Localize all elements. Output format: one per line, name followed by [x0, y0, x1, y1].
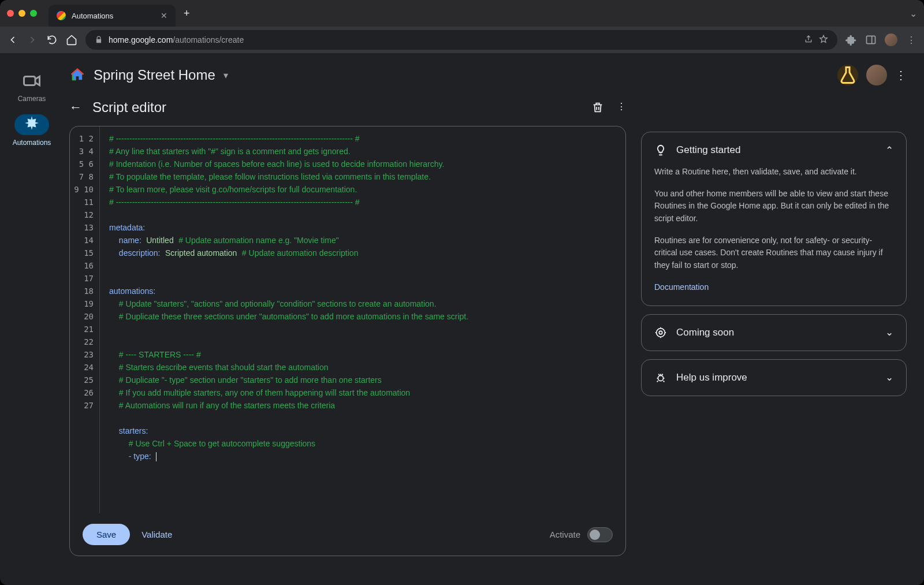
share-icon[interactable] [804, 35, 813, 46]
home-dropdown-icon[interactable]: ▾ [223, 70, 228, 81]
tabs-dropdown-icon[interactable]: ⌄ [910, 8, 917, 19]
profile-avatar[interactable] [885, 33, 897, 46]
panel-text: You and other home members will be able … [654, 188, 893, 225]
forward-icon[interactable] [27, 34, 38, 46]
panel-header[interactable]: Getting started ⌃ [654, 144, 893, 157]
sidebar-label: Cameras [18, 95, 46, 103]
editor-menu-icon[interactable]: ⋮ [617, 101, 626, 114]
tab-favicon [57, 11, 66, 20]
panel-getting-started: Getting started ⌃ Write a Routine here, … [641, 132, 907, 306]
new-tab-button[interactable]: + [184, 8, 190, 20]
lightbulb-icon [654, 144, 667, 157]
panel-text: Routines are for convenience only, not f… [654, 234, 893, 272]
app-menu-icon[interactable]: ⋮ [895, 68, 907, 82]
panel-header[interactable]: Help us improve ⌄ [654, 371, 893, 384]
save-button[interactable]: Save [83, 524, 130, 545]
account-avatar[interactable] [866, 65, 887, 85]
address-bar[interactable]: home.google.com/automations/create [85, 30, 837, 50]
reload-icon[interactable] [46, 34, 58, 46]
url-text: home.google.com/automations/create [109, 35, 244, 44]
window-minimize[interactable] [18, 10, 25, 17]
tab-title: Automations [72, 12, 155, 20]
sidebar-label: Automations [13, 139, 51, 147]
panel-text: Write a Routine here, then validate, sav… [654, 166, 893, 178]
panel-title: Coming soon [676, 327, 734, 338]
lock-icon [95, 36, 103, 44]
delete-icon[interactable] [591, 101, 604, 114]
back-icon[interactable] [7, 34, 18, 46]
chevron-down-icon[interactable]: ⌄ [885, 326, 893, 338]
svg-point-3 [659, 331, 662, 334]
panel-title: Getting started [676, 144, 741, 156]
window-close[interactable] [7, 10, 14, 17]
bug-icon [654, 371, 667, 384]
sidebar-item-cameras[interactable]: Cameras [9, 70, 55, 103]
documentation-link[interactable]: Documentation [654, 281, 893, 294]
browser-tab[interactable]: Automations ✕ [49, 5, 176, 27]
back-arrow-icon[interactable]: ← [69, 100, 82, 115]
activate-label: Activate [550, 530, 580, 539]
panel-coming-soon: Coming soon ⌄ [641, 314, 907, 351]
side-panel-icon[interactable] [865, 34, 877, 46]
svg-rect-0 [867, 36, 875, 43]
svg-rect-1 [24, 77, 36, 85]
window-zoom[interactable] [30, 10, 37, 17]
browser-menu-icon[interactable]: ⋮ [906, 34, 917, 46]
editor-title: Script editor [92, 99, 166, 115]
line-gutter: 1 2 3 4 5 6 7 8 9 10 11 12 13 14 15 16 1… [70, 126, 100, 513]
extensions-icon[interactable] [845, 34, 857, 46]
labs-icon[interactable] [837, 65, 858, 85]
validate-button[interactable]: Validate [141, 530, 172, 539]
sidebar-item-automations[interactable]: Automations [9, 114, 55, 147]
panel-title: Help us improve [676, 372, 747, 383]
chevron-up-icon[interactable]: ⌃ [885, 144, 893, 157]
bookmark-star-icon[interactable] [819, 35, 828, 46]
tab-close[interactable]: ✕ [161, 11, 167, 20]
svg-point-4 [658, 375, 663, 381]
svg-point-2 [657, 328, 665, 337]
activate-toggle[interactable] [587, 527, 613, 542]
code-content[interactable]: # --------------------------------------… [100, 126, 625, 513]
home-icon[interactable] [66, 34, 77, 46]
panel-header[interactable]: Coming soon ⌄ [654, 326, 893, 339]
home-name[interactable]: Spring Street Home [94, 67, 215, 83]
badge-icon [654, 326, 667, 339]
code-editor[interactable]: 1 2 3 4 5 6 7 8 9 10 11 12 13 14 15 16 1… [69, 126, 626, 556]
panel-help-improve: Help us improve ⌄ [641, 359, 907, 396]
google-home-logo [69, 67, 85, 83]
chevron-down-icon[interactable]: ⌄ [885, 371, 893, 383]
app-sidebar: Cameras Automations [0, 53, 64, 585]
